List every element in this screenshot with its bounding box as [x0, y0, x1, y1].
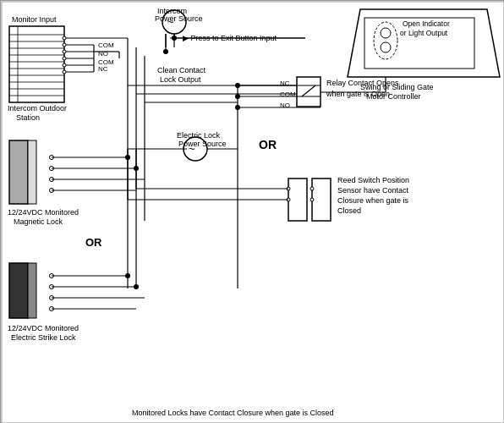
clean-contact-label: Clean Contact [157, 66, 206, 74]
svg-point-84 [381, 42, 391, 52]
svg-point-72 [310, 187, 314, 190]
relay-nc-label: NC [280, 80, 290, 87]
clean-contact-label2: Lock Output [160, 75, 201, 84]
reed-switch-label: Reed Switch Position [337, 176, 409, 184]
wiring-diagram: Monitor Input Intercom Outdoor Station ~… [0, 0, 504, 423]
reed-switch-label2: Sensor have Contact [337, 186, 409, 195]
svg-rect-40 [9, 140, 28, 204]
svg-point-94 [235, 105, 240, 110]
or2-label: OR [259, 138, 277, 151]
intercom-power-label2: Power Source [155, 14, 203, 23]
svg-rect-50 [9, 263, 28, 318]
svg-rect-51 [28, 263, 36, 318]
no-label: NO [98, 50, 108, 58]
svg-point-19 [63, 36, 66, 40]
svg-point-89 [134, 166, 139, 171]
electric-lock-label: Electric Lock [177, 131, 221, 140]
svg-point-90 [125, 273, 130, 278]
relay-com-label: COM [280, 91, 296, 98]
svg-point-91 [134, 284, 139, 289]
swing-gate-label2: Motor Controller [366, 92, 421, 101]
electric-strike-label: 12/24VDC Monitored [8, 324, 79, 332]
svg-point-92 [235, 83, 240, 88]
svg-point-20 [63, 43, 66, 47]
open-indicator-label2: or Light Output [400, 29, 448, 37]
swing-gate-label: Swing or Sliding Gate [360, 83, 434, 91]
svg-rect-60 [297, 77, 320, 107]
svg-rect-69 [312, 179, 331, 221]
reed-switch-label3: Closure when gate is [337, 196, 409, 205]
com-label: COM [98, 41, 114, 49]
svg-point-88 [125, 155, 130, 160]
svg-point-24 [63, 70, 66, 74]
electric-strike-label2: Electric Strike Lock [11, 333, 76, 342]
or1-label: OR [85, 236, 102, 249]
svg-point-23 [63, 63, 66, 67]
relay-no-label: NO [280, 102, 290, 109]
bottom-label: Monitored Locks have Contact Closure whe… [132, 409, 334, 417]
svg-point-22 [63, 57, 66, 60]
svg-point-98 [163, 49, 168, 54]
intercom-outdoor-label: Intercom Outdoor [8, 104, 67, 113]
reed-switch-label4: Closed [337, 206, 361, 215]
nc-label: NC [98, 65, 108, 73]
svg-rect-68 [288, 179, 307, 221]
electric-lock-label2: Power Source [178, 140, 227, 148]
svg-point-93 [235, 94, 240, 99]
svg-point-21 [63, 50, 66, 53]
svg-point-99 [172, 36, 177, 41]
intercom-outdoor-label2: Station [16, 113, 40, 122]
svg-point-83 [381, 28, 391, 38]
magnetic-lock-label: 12/24VDC Monitored [8, 208, 79, 217]
monitor-input-label: Monitor Input [12, 15, 57, 24]
magnetic-lock-label2: Magnetic Lock [14, 217, 63, 226]
svg-rect-41 [28, 140, 36, 204]
svg-point-73 [310, 198, 314, 201]
open-indicator-label: Open Indicator [403, 19, 450, 28]
